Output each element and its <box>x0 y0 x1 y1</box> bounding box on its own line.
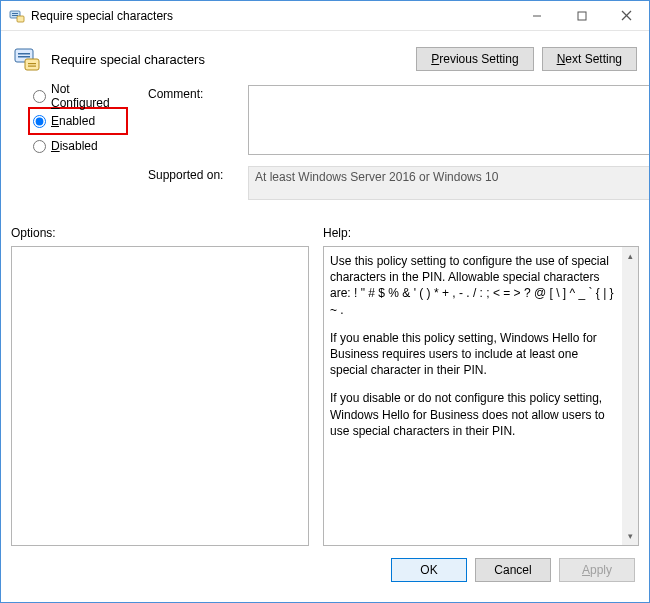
enabled-highlight: Enabled <box>28 107 128 135</box>
ok-button[interactable]: OK <box>391 558 467 582</box>
supported-on-label: Supported on: <box>148 166 238 200</box>
options-panel <box>11 246 309 546</box>
window-title: Require special characters <box>31 9 514 23</box>
radio-disabled-input[interactable] <box>33 140 46 153</box>
dialog-footer: OK Cancel Apply <box>11 558 639 582</box>
next-setting-button[interactable]: Next Setting <box>542 47 637 71</box>
scroll-up-icon: ▴ <box>628 247 633 265</box>
cancel-button[interactable]: Cancel <box>475 558 551 582</box>
svg-rect-9 <box>18 53 30 55</box>
header-row: Require special characters Previous Sett… <box>11 43 639 75</box>
help-paragraph: If you enable this policy setting, Windo… <box>330 330 618 379</box>
close-button[interactable] <box>604 1 649 30</box>
comment-textarea[interactable] <box>248 85 650 155</box>
apply-button: Apply <box>559 558 635 582</box>
comment-label: Comment: <box>148 85 238 158</box>
svg-rect-10 <box>18 56 30 58</box>
page-title: Require special characters <box>51 52 416 67</box>
svg-rect-13 <box>28 66 36 67</box>
gpo-icon <box>9 8 25 24</box>
radio-enabled-input[interactable] <box>33 115 46 128</box>
help-paragraph: Use this policy setting to configure the… <box>330 253 618 318</box>
scroll-down-icon: ▾ <box>628 527 633 545</box>
svg-rect-1 <box>12 13 18 14</box>
radio-enabled[interactable]: Enabled <box>33 110 123 132</box>
titlebar: Require special characters <box>1 1 649 31</box>
svg-rect-11 <box>25 59 39 70</box>
radio-not-configured[interactable]: Not Configured <box>33 85 128 107</box>
svg-rect-5 <box>578 12 586 20</box>
minimize-button[interactable] <box>514 1 559 30</box>
help-label: Help: <box>323 226 639 240</box>
supported-on-box: At least Windows Server 2016 or Windows … <box>248 166 650 200</box>
help-paragraph: If you disable or do not configure this … <box>330 390 618 439</box>
svg-rect-3 <box>17 16 24 22</box>
supported-on-value: At least Windows Server 2016 or Windows … <box>255 170 498 184</box>
policy-icon <box>11 43 43 75</box>
help-panel: Use this policy setting to configure the… <box>323 246 639 546</box>
options-label: Options: <box>11 226 309 240</box>
svg-rect-12 <box>28 63 36 64</box>
state-radio-group: Not Configured Enabled Disabled <box>11 85 128 157</box>
help-scrollbar[interactable]: ▴ ▾ <box>622 247 638 545</box>
maximize-button[interactable] <box>559 1 604 30</box>
window-controls <box>514 1 649 30</box>
radio-not-configured-input[interactable] <box>33 90 46 103</box>
previous-setting-button[interactable]: Previous Setting <box>416 47 533 71</box>
radio-disabled[interactable]: Disabled <box>33 135 128 157</box>
